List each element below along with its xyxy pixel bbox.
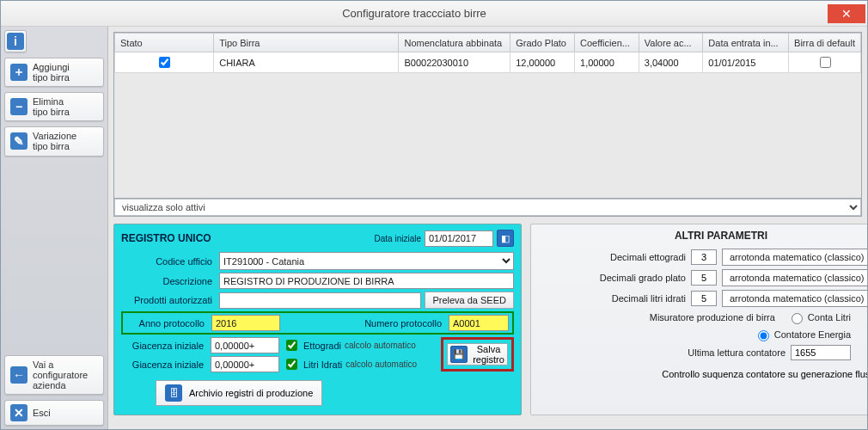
cell-coef: 1,00000 — [575, 52, 639, 73]
col-valore[interactable]: Valore ac... — [639, 34, 703, 52]
giacenza1-input[interactable] — [211, 337, 279, 353]
goto-configuratore-button[interactable]: ← Vai a configuratore azienda — [4, 355, 104, 395]
registro-unico-panel: REGISTRO UNICO Data iniziale ◧ Codice uf… — [113, 224, 522, 415]
close-button[interactable]: ✕ — [828, 4, 865, 23]
exit-button[interactable]: ✕ Esci — [4, 400, 104, 426]
col-data[interactable]: Data entrata in... — [703, 34, 789, 52]
col-default[interactable]: Birra di default — [789, 34, 861, 52]
plus-icon: ＋ — [10, 64, 28, 81]
grid-filter-select[interactable]: visualizza solo attivi — [114, 199, 861, 216]
cell-data: 01/01/2015 — [703, 52, 789, 73]
salva-label: Salva registro — [473, 344, 504, 365]
protocollo-group: Anno protocollo Numero protocollo — [121, 311, 514, 335]
round-litri-select[interactable]: arrotonda matematico (classico) — [722, 290, 867, 307]
col-plato[interactable]: Grado Plato — [510, 34, 575, 52]
save-icon: 💾 — [450, 346, 468, 363]
archive-icon: 🗄 — [165, 384, 182, 402]
registro-title: REGISTRO UNICO — [121, 232, 375, 244]
litri-auto-label: calcolo automatico — [345, 359, 417, 369]
dec-litri-input[interactable] — [691, 291, 717, 306]
litri-label: Litri Idrati — [303, 359, 342, 370]
col-stato[interactable]: Stato — [115, 34, 214, 52]
ultima-lettura-label: Ultima lettura contatore — [596, 347, 785, 358]
x-icon: ✕ — [10, 404, 28, 421]
ettogradi-auto-label: calcolo automatico — [345, 341, 416, 350]
giacenza1-label: Giacenza iniziale — [121, 341, 207, 351]
ettogradi-check[interactable] — [286, 340, 297, 351]
ettogradi-label: Ettogradi — [303, 341, 341, 351]
altri-title: ALTRI PARAMETRI — [540, 230, 867, 242]
cell-tipo: CHIARA — [214, 52, 399, 73]
cell-val: 3,04000 — [639, 52, 703, 73]
calendar-icon[interactable]: ◧ — [497, 230, 514, 247]
anno-protocollo-input[interactable] — [211, 315, 280, 331]
titlebar: Configuratore traccciato birre ✕ — [1, 1, 867, 27]
archivio-registri-button[interactable]: 🗄 Archivio registri di produzione — [156, 380, 322, 406]
controllo-sequenza-label: Controllo suquenza contatore su generazi… — [662, 369, 867, 379]
info-icon: i — [7, 33, 24, 50]
variazione-tipo-birra-button[interactable]: ✎ Variazione tipo birra — [4, 126, 104, 156]
data-iniziale-label: Data iniziale — [375, 234, 421, 243]
tipo-birra-grid: Stato Tipo Birra Nomenclatura abbinata G… — [114, 33, 861, 73]
prodotti-input[interactable] — [219, 292, 421, 309]
edit-icon: ✎ — [10, 132, 28, 150]
cell-plato: 12,00000 — [510, 52, 575, 73]
data-iniziale-input[interactable] — [425, 230, 493, 247]
misuratore-label: Misuratore produzione di birra — [586, 312, 775, 322]
numero-protocollo-input[interactable] — [449, 315, 509, 331]
numero-protocollo-label: Numero protocollo — [284, 318, 445, 329]
giacenza2-input[interactable] — [211, 356, 279, 372]
grid-empty-area — [114, 73, 861, 198]
salva-registro-highlight: 💾 Salva registro — [441, 337, 514, 372]
del-label: Elimina tipo birra — [33, 96, 70, 117]
goto-label: Vai a configuratore azienda — [33, 359, 88, 390]
grid-panel: Stato Tipo Birra Nomenclatura abbinata G… — [113, 32, 862, 217]
arrow-left-icon: ← — [10, 366, 28, 384]
round-ettogradi-select[interactable]: arrotonda matematico (classico) — [722, 249, 867, 266]
dec-plato-label: Decimali grado plato — [540, 273, 686, 283]
col-nomenclatura[interactable]: Nomenclatura abbinata — [399, 34, 510, 52]
giacenza2-label: Giacenza iniziale — [121, 359, 207, 370]
ultima-lettura-input[interactable] — [791, 345, 851, 360]
sidebar: i ＋ Aggiungi tipo birra − Elimina tipo b… — [1, 27, 108, 429]
conta-litri-radio[interactable]: Conta Litri — [787, 310, 851, 324]
add-tipo-birra-button[interactable]: ＋ Aggiungi tipo birra — [4, 58, 104, 87]
conta-litri-label: Conta Litri — [808, 312, 851, 322]
preleva-seed-button[interactable]: Preleva da SEED — [425, 292, 514, 309]
round-plato-select[interactable]: arrotonda matematico (classico) — [722, 269, 867, 286]
altri-parametri-panel: ALTRI PARAMETRI Decimali ettogradi arrot… — [530, 224, 867, 415]
codice-ufficio-select[interactable]: IT291000 - Catania — [219, 252, 514, 270]
contatore-energia-radio[interactable]: Contatore Energia — [754, 328, 851, 341]
delete-tipo-birra-button[interactable]: − Elimina tipo birra — [4, 92, 104, 121]
cell-nomen: B00022030010 — [399, 52, 510, 73]
minus-icon: − — [10, 98, 28, 115]
info-button[interactable]: i — [4, 30, 27, 52]
dec-plato-input[interactable] — [691, 270, 717, 286]
descrizione-label: Descrizione — [121, 276, 216, 286]
table-row[interactable]: CHIARA B00022030010 12,00000 1,00000 3,0… — [115, 52, 861, 73]
dec-ettogradi-input[interactable] — [691, 249, 717, 265]
codice-ufficio-label: Codice ufficio — [121, 256, 216, 267]
col-tipo[interactable]: Tipo Birra — [214, 34, 399, 52]
prodotti-label: Prodotti autorizzati — [121, 295, 216, 305]
dec-ettogradi-label: Decimali ettogradi — [540, 252, 686, 262]
exit-label: Esci — [33, 408, 51, 418]
archivio-label: Archivio registri di produzione — [189, 388, 313, 398]
row-default-checkbox[interactable] — [820, 57, 831, 68]
contatore-energia-label: Contatore Energia — [774, 329, 851, 340]
dec-litri-label: Decimali litri idrati — [540, 293, 686, 304]
litri-check[interactable] — [286, 359, 297, 370]
col-coef[interactable]: Coefficien... — [575, 34, 639, 52]
salva-registro-button[interactable]: 💾 Salva registro — [447, 343, 508, 366]
add-label: Aggiungi tipo birra — [33, 62, 70, 83]
anno-protocollo-label: Anno protocollo — [126, 318, 208, 329]
row-stato-checkbox[interactable] — [159, 57, 170, 68]
descrizione-input[interactable] — [219, 273, 514, 289]
window-title: Configuratore traccciato birre — [1, 7, 828, 20]
var-label: Variazione tipo birra — [33, 131, 76, 151]
